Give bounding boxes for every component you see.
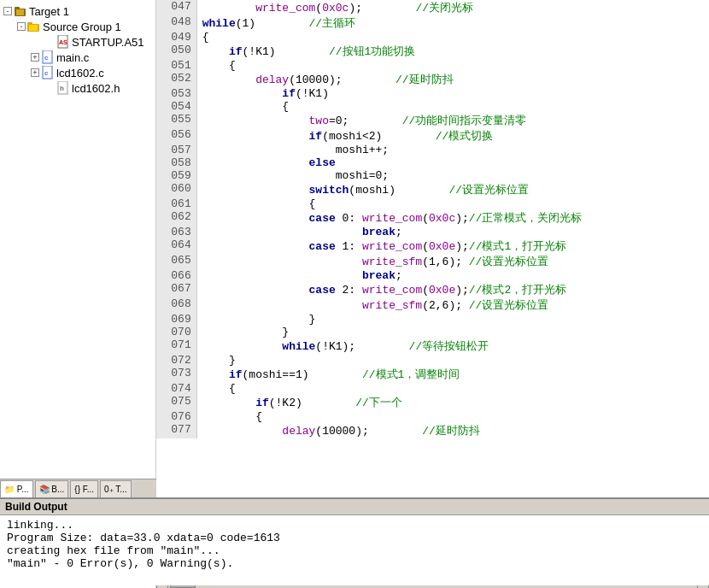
code-content[interactable]: break;	[196, 226, 709, 238]
code-content[interactable]: }	[196, 313, 709, 326]
code-content[interactable]: moshi=0;	[196, 169, 709, 182]
code-content[interactable]: {	[196, 197, 709, 210]
tab-project[interactable]: 📁 P...	[0, 480, 33, 497]
table-row: 063 break;	[156, 226, 709, 238]
code-content[interactable]: delay(10000); //延时防抖	[196, 423, 709, 438]
table-row: 047 write_com(0x0c); //关闭光标	[156, 0, 709, 15]
table-row: 052 delay(10000); //延时防抖	[156, 72, 709, 87]
line-number: 075	[156, 395, 196, 410]
table-row: 065 write_sfm(1,6); //设置光标位置	[156, 254, 709, 269]
code-content[interactable]: if(!K2) //下一个	[196, 395, 709, 410]
mainc-label: main.c	[56, 51, 89, 64]
code-content[interactable]: case 0: write_com(0x0c);//正常模式，关闭光标	[196, 210, 709, 226]
source-group-label: Source Group 1	[43, 21, 121, 33]
sidebar-item-lcd1602c[interactable]: + c lcd1602.c	[0, 65, 155, 80]
table-row: 050 if(!K1) //按钮1功能切换	[156, 44, 709, 59]
code-content[interactable]: if(moshi==1) //模式1，调整时间	[196, 367, 709, 382]
line-number: 072	[156, 354, 196, 367]
target-icon	[14, 4, 27, 18]
code-content[interactable]: delay(10000); //延时防抖	[196, 72, 709, 87]
code-content[interactable]: switch(moshi) //设置光标位置	[196, 182, 709, 197]
code-content[interactable]: if(!K1) //按钮1功能切换	[196, 44, 709, 59]
line-number: 053	[156, 87, 196, 100]
code-content[interactable]: write_sfm(1,6); //设置光标位置	[196, 254, 709, 269]
code-content[interactable]: write_sfm(2,6); //设置光标位置	[196, 297, 709, 313]
line-number: 050	[156, 44, 196, 59]
table-row: 072 }	[156, 354, 709, 367]
expand-icon-source-group[interactable]: -	[17, 22, 26, 31]
expand-icon-target1[interactable]: -	[3, 7, 12, 15]
table-row: 053 if(!K1)	[156, 87, 709, 100]
code-content[interactable]: while(1) //主循环	[196, 15, 709, 31]
code-content[interactable]: write_com(0x0c); //关闭光标	[196, 0, 709, 15]
code-content[interactable]: {	[196, 100, 709, 113]
table-row: 057 moshi++;	[156, 144, 709, 156]
build-output-content[interactable]: linking...Program Size: data=33.0 xdata=…	[0, 515, 709, 585]
code-content[interactable]: }	[196, 326, 709, 338]
expand-icon-mainc[interactable]: +	[31, 53, 39, 62]
code-content[interactable]: case 2: write_com(0x0e);//模式2，打开光标	[196, 282, 709, 297]
table-row: 062 case 0: write_com(0x0c);//正常模式，关闭光标	[156, 210, 709, 226]
code-area[interactable]: 047 write_com(0x0c); //关闭光标048while(1) /…	[156, 0, 709, 576]
tab-books[interactable]: 📚 B...	[35, 480, 69, 497]
code-content[interactable]: if(!K1)	[196, 87, 709, 100]
build-output-line: Program Size: data=33.0 xdata=0 code=161…	[7, 532, 702, 544]
code-content[interactable]: {	[196, 410, 709, 423]
startup-label: STARTUP.A51	[72, 36, 144, 49]
build-output-line: creating hex file from "main"...	[7, 544, 702, 557]
c-file-icon-main: c	[41, 50, 55, 64]
code-content[interactable]: {	[196, 59, 709, 72]
table-row: 068 write_sfm(2,6); //设置光标位置	[156, 297, 709, 313]
c-file-icon-lcd: c	[41, 66, 55, 79]
tab-functions[interactable]: {} F...	[70, 480, 98, 497]
h-file-icon: h	[56, 81, 70, 95]
build-output-line: linking...	[7, 519, 702, 532]
line-number: 055	[156, 113, 196, 128]
sidebar-item-target1[interactable]: - Target 1	[0, 3, 155, 19]
tab-templates[interactable]: 0₊ T...	[100, 480, 132, 497]
line-number: 069	[156, 313, 196, 326]
code-content[interactable]: break;	[196, 269, 709, 282]
lcd1602h-label: lcd1602.h	[72, 82, 120, 95]
expand-icon-lcd1602c[interactable]: +	[31, 68, 39, 77]
table-row: 055 two=0; //功能时间指示变量清零	[156, 113, 709, 128]
table-row: 070 }	[156, 326, 709, 338]
line-number: 067	[156, 282, 196, 297]
svg-rect-5	[29, 25, 38, 31]
code-content[interactable]: if(moshi<2) //模式切换	[196, 128, 709, 144]
code-content[interactable]: {	[196, 382, 709, 395]
build-output-section: Build Output linking...Program Size: dat…	[0, 497, 709, 588]
code-content[interactable]: {	[196, 31, 709, 44]
sidebar-item-lcd1602h[interactable]: h lcd1602.h	[0, 80, 155, 96]
code-content[interactable]: case 1: write_com(0x0e);//模式1，打开光标	[196, 238, 709, 254]
code-table: 047 write_com(0x0c); //关闭光标048while(1) /…	[156, 0, 709, 438]
target1-label: Target 1	[29, 5, 69, 18]
line-number: 047	[156, 0, 196, 15]
line-number: 070	[156, 326, 196, 338]
table-row: 064 case 1: write_com(0x0e);//模式1，打开光标	[156, 238, 709, 254]
sidebar-item-mainc[interactable]: + c main.c	[0, 50, 155, 65]
line-number: 054	[156, 100, 196, 113]
table-row: 060 switch(moshi) //设置光标位置	[156, 182, 709, 197]
table-row: 051 {	[156, 59, 709, 72]
code-content[interactable]: two=0; //功能时间指示变量清零	[196, 113, 709, 128]
build-output-header: Build Output	[0, 497, 709, 515]
code-content[interactable]: while(!K1); //等待按钮松开	[196, 338, 709, 354]
line-number: 059	[156, 169, 196, 182]
line-number: 068	[156, 297, 196, 313]
line-number: 051	[156, 59, 196, 72]
svg-text:h: h	[60, 85, 64, 92]
code-content[interactable]: }	[196, 354, 709, 367]
table-row: 074 {	[156, 382, 709, 395]
table-row: 056 if(moshi<2) //模式切换	[156, 128, 709, 144]
table-row: 061 {	[156, 197, 709, 210]
code-content[interactable]: moshi++;	[196, 144, 709, 156]
line-number: 060	[156, 182, 196, 197]
sidebar-item-startup[interactable]: AS STARTUP.A51	[0, 34, 155, 50]
build-output-line: "main" - 0 Error(s), 0 Warning(s).	[7, 557, 702, 570]
line-number: 049	[156, 31, 196, 44]
expand-icon-startup[interactable]	[31, 35, 44, 49]
line-number: 077	[156, 423, 196, 438]
code-content[interactable]: else	[196, 156, 709, 169]
sidebar-item-source-group[interactable]: - Source Group 1	[0, 19, 155, 34]
